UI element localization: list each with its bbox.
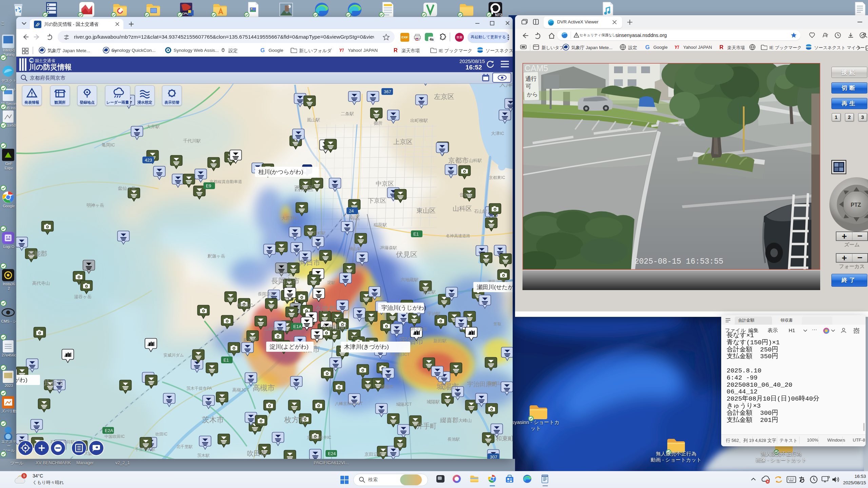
svg-text:西京区: 西京区: [294, 185, 314, 192]
svg-text:明神ヶ岳: 明神ヶ岳: [86, 203, 104, 208]
svg-text:京都市: 京都市: [448, 157, 469, 164]
svg-text:長岡京IC: 長岡京IC: [237, 303, 253, 308]
svg-text:大津IC: 大津IC: [491, 131, 504, 136]
svg-text:向日町駅: 向日町駅: [309, 231, 326, 236]
svg-text:G: G: [645, 44, 650, 50]
svg-text:北千里駅: 北千里駅: [176, 444, 193, 449]
svg-text:笠取: 笠取: [493, 322, 501, 326]
svg-text:京都東IC: 京都東IC: [489, 175, 505, 180]
svg-text:E1: E1: [413, 231, 419, 237]
svg-text:山崎駅: 山崎駅: [264, 327, 277, 331]
svg-text:山科駅: 山科駅: [469, 158, 482, 163]
svg-text:左京区: 左京区: [434, 93, 454, 100]
svg-text:吹田IC: 吹田IC: [155, 432, 167, 436]
svg-text:茨木市: 茨木市: [202, 415, 224, 424]
svg-text:伏見区: 伏見区: [396, 250, 417, 258]
svg-text:木津川(きづがわ): 木津川(きづがわ): [344, 344, 389, 350]
svg-text:安威川ダム: 安威川ダム: [163, 353, 184, 358]
svg-text:茨木駅: 茨木駅: [197, 453, 210, 458]
svg-text:宇治川(うじがわ): 宇治川(うじがわ): [381, 305, 426, 311]
svg-text:E9: E9: [206, 183, 211, 188]
svg-text:新田駅: 新田駅: [433, 338, 447, 343]
svg-text:大井駅: 大井駅: [146, 124, 160, 129]
svg-text:石山駅: 石山駅: [474, 209, 487, 214]
svg-text:JR小倉駅: JR小倉駅: [410, 327, 428, 331]
svg-text:淀駅: 淀駅: [327, 280, 335, 285]
svg-text:Y!: Y!: [339, 47, 344, 53]
svg-text:久御山町: 久御山町: [321, 324, 347, 331]
svg-text:高槻市: 高槻市: [253, 384, 275, 392]
svg-text:千里中央駅: 千里中央駅: [135, 447, 155, 452]
svg-text:向日市: 向日市: [299, 259, 320, 266]
svg-text:E24: E24: [328, 451, 336, 456]
svg-text:9: 9: [23, 474, 25, 478]
svg-text:井手町: 井手町: [416, 422, 437, 430]
svg-text:盆仙ヶ岳: 盆仙ヶ岳: [118, 186, 136, 191]
svg-text:通行: 通行: [525, 76, 537, 82]
svg-text:城陽JCT: 城陽JCT: [396, 402, 412, 407]
svg-text:R: R: [394, 47, 398, 53]
svg-text:2025-08-15 16:53:55: 2025-08-15 16:53:55: [634, 257, 723, 266]
svg-text:久世郡: 久世郡: [315, 305, 336, 312]
svg-text:(いながわ): (いながわ): [16, 377, 27, 383]
svg-text:名神高速道路: 名神高速道路: [446, 233, 470, 238]
svg-text:京田辺松井IC: 京田辺松井IC: [307, 435, 331, 440]
svg-text:箕面市: 箕面市: [43, 379, 64, 386]
svg-text:南区: 南区: [349, 215, 360, 221]
svg-text:城陽駅: 城陽駅: [427, 399, 440, 404]
svg-text:423: 423: [145, 158, 152, 163]
svg-text:亀岡盆地: 亀岡盆地: [152, 84, 176, 84]
svg-text:吹田市: 吹田市: [247, 450, 267, 457]
svg-text:音羽山: 音羽山: [459, 192, 473, 198]
svg-text:瀬田川(せたがわ): 瀬田川(せたがわ): [477, 284, 513, 290]
svg-text:NT2: NT2: [495, 13, 502, 17]
svg-text:嵐山駅: 嵐山駅: [307, 117, 320, 122]
svg-text:R: R: [719, 44, 724, 50]
svg-text:JR藤森駅: JR藤森駅: [380, 245, 397, 250]
svg-text:山科区: 山科区: [453, 205, 472, 212]
svg-text:六地蔵駅: 六地蔵駅: [401, 277, 418, 282]
svg-text:京田辺市: 京田辺市: [364, 452, 382, 457]
svg-text:和束町: 和束町: [496, 435, 513, 442]
svg-text:城陽IC: 城陽IC: [380, 384, 394, 389]
svg-text:上京区: 上京区: [393, 138, 413, 145]
svg-text:下京区: 下京区: [368, 197, 386, 204]
svg-text:307: 307: [490, 454, 497, 459]
svg-text:淀川(よどがわ): 淀川(よどがわ): [270, 344, 309, 350]
svg-text:釈迦ヶ岳: 釈迦ヶ岳: [208, 253, 225, 259]
svg-text:から: から: [527, 91, 538, 97]
svg-text:24: 24: [349, 208, 354, 214]
svg-text:CAM5: CAM5: [525, 63, 548, 73]
svg-text:367: 367: [384, 89, 391, 94]
svg-text:亀岡IC: 亀岡IC: [102, 142, 115, 147]
svg-text:御所: 御所: [374, 121, 382, 126]
svg-text:Y!: Y!: [674, 44, 679, 50]
svg-text:桂川(かつらがわ): 桂川(かつらがわ): [258, 169, 303, 175]
svg-text:千代川駅: 千代川駅: [183, 138, 201, 143]
svg-text:稲荷駅: 稲荷駅: [374, 222, 387, 227]
svg-text:久御山JCT: 久御山JCT: [390, 352, 410, 357]
svg-text:G: G: [260, 47, 265, 54]
svg-text:豊能郡: 豊能郡: [28, 250, 47, 257]
svg-text:大津市: 大津市: [499, 84, 513, 88]
svg-text:高槻JCT: 高槻JCT: [232, 387, 249, 392]
svg-text:高代寺山: 高代寺山: [32, 281, 50, 286]
svg-text:長岡京市: 長岡京市: [271, 277, 300, 285]
svg-text:長池駅: 長池駅: [448, 437, 460, 442]
svg-text:東山区: 東山区: [416, 207, 436, 214]
svg-text:八幡京田辺JCT: 八幡京田辺JCT: [335, 401, 363, 406]
svg-text:島本駅: 島本駅: [243, 338, 257, 343]
svg-text:二条駅: 二条駅: [341, 111, 354, 116]
svg-text:宇治駅: 宇治駅: [427, 311, 440, 316]
svg-text:PTZ: PTZ: [851, 202, 861, 208]
svg-text:茨木千提寺PA: 茨木千提寺PA: [186, 386, 212, 391]
svg-text:枚方市: 枚方市: [284, 415, 307, 424]
svg-text:御林山: 御林山: [488, 381, 501, 386]
svg-text:長岡京駅: 長岡京駅: [258, 291, 275, 297]
svg-text:中京区: 中京区: [376, 180, 394, 187]
svg-text:可: 可: [526, 83, 532, 90]
svg-text:E2A: E2A: [105, 428, 113, 433]
svg-text:大原野IC: 大原野IC: [281, 216, 299, 221]
svg-text:大峰山: 大峰山: [458, 418, 472, 423]
svg-text:E1A: E1A: [293, 324, 302, 329]
